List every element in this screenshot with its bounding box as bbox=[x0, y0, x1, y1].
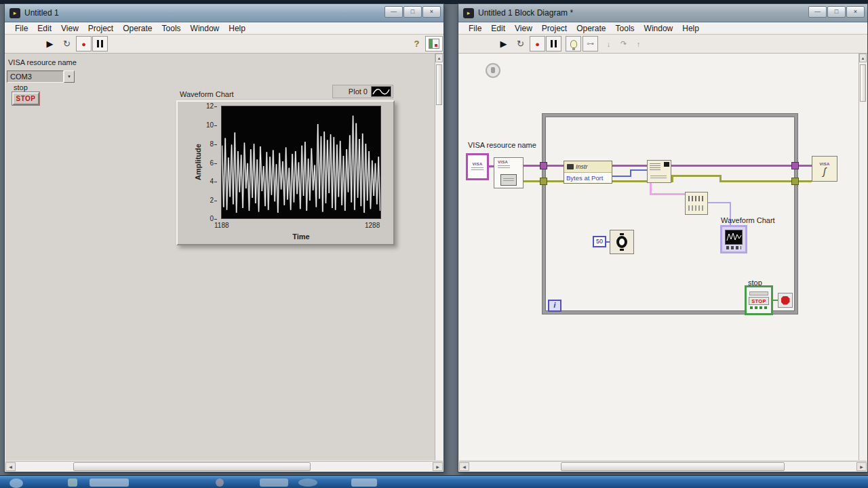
x-tick-min: 1188 bbox=[214, 222, 229, 229]
menu-edit[interactable]: Edit bbox=[486, 24, 510, 33]
vscroll-thumb[interactable] bbox=[860, 64, 866, 102]
run-button-icon[interactable]: ▶ bbox=[42, 36, 58, 52]
chart-title: Waveform Chart bbox=[180, 90, 234, 98]
maximize-button[interactable]: □ bbox=[827, 6, 846, 18]
combo-dropdown-icon[interactable]: ▼ bbox=[64, 70, 75, 83]
minimize-button[interactable]: — bbox=[384, 6, 403, 18]
front-panel-hscrollbar[interactable]: ◀ ▶ bbox=[5, 461, 443, 471]
hscroll-thumb[interactable] bbox=[561, 462, 785, 471]
step-over-icon[interactable]: ↷ bbox=[616, 36, 631, 52]
close-button[interactable]: × bbox=[422, 6, 441, 18]
wire-visa bbox=[489, 165, 494, 167]
menu-operate[interactable]: Operate bbox=[118, 24, 157, 33]
wire-boolean bbox=[773, 300, 778, 301]
abort-button-icon[interactable]: ● bbox=[530, 36, 545, 52]
menu-tools[interactable]: Tools bbox=[157, 24, 186, 33]
block-diagram-hscrollbar[interactable]: ◀ ▶ bbox=[459, 461, 867, 471]
taskbar-icon[interactable] bbox=[216, 479, 224, 487]
scroll-left-icon[interactable]: ◀ bbox=[459, 462, 469, 471]
taskbar-window-button[interactable] bbox=[260, 479, 288, 487]
menu-project[interactable]: Project bbox=[83, 24, 118, 33]
minimize-button[interactable]: — bbox=[808, 6, 827, 18]
scroll-up-icon[interactable]: ▲ bbox=[859, 54, 867, 62]
visa-resource-constant[interactable]: VISA bbox=[466, 153, 489, 180]
pause-button-icon[interactable] bbox=[546, 36, 561, 52]
labview-app-icon: ▸ bbox=[463, 8, 474, 18]
block-diagram-window: ▸ Untitled 1 Block Diagram * — □ × File … bbox=[458, 3, 868, 472]
taskbar-icon[interactable] bbox=[298, 479, 317, 487]
menu-window[interactable]: Window bbox=[639, 24, 678, 33]
menu-help[interactable]: Help bbox=[677, 24, 704, 33]
wire-numeric bbox=[708, 202, 731, 203]
x-tick-max: 1288 bbox=[365, 222, 380, 229]
step-into-icon[interactable]: ↓ bbox=[601, 36, 616, 52]
block-diagram-menubar: File Edit View Project Operate Tools Win… bbox=[458, 22, 867, 35]
scroll-right-icon[interactable]: ▶ bbox=[433, 462, 443, 471]
scroll-up-icon[interactable]: ▲ bbox=[435, 54, 443, 62]
waveform-chart-terminal[interactable] bbox=[720, 225, 747, 253]
menu-file[interactable]: File bbox=[464, 24, 486, 33]
taskbar-icon[interactable] bbox=[68, 479, 77, 487]
taskbar-window-button[interactable] bbox=[90, 479, 129, 487]
loop-iteration-terminal[interactable]: i bbox=[548, 300, 561, 312]
menu-operate[interactable]: Operate bbox=[572, 24, 610, 33]
maximize-button[interactable]: □ bbox=[403, 6, 422, 18]
highlight-execution-icon[interactable] bbox=[566, 36, 581, 52]
front-panel-titlebar[interactable]: ▸ Untitled 1 — □ × bbox=[5, 4, 443, 22]
property-node-item[interactable]: Bytes at Port bbox=[564, 173, 612, 184]
scroll-cursor-icon bbox=[486, 63, 500, 78]
stop-boolean-terminal[interactable]: STOP bbox=[745, 285, 773, 315]
string-to-number-node[interactable] bbox=[685, 192, 708, 215]
retain-wire-values-icon[interactable]: ⊶ bbox=[583, 36, 598, 52]
tunnel-error-left bbox=[540, 178, 547, 185]
waveform-chart-widget[interactable]: Amplitude 12 10 8 6 4 2 0 1188 1288 Time bbox=[176, 100, 395, 245]
visa-session-icon bbox=[567, 164, 574, 169]
close-button[interactable]: × bbox=[846, 6, 865, 18]
block-diagram-titlebar[interactable]: ▸ Untitled 1 Block Diagram * — □ × bbox=[458, 4, 867, 22]
menu-view[interactable]: View bbox=[510, 24, 537, 33]
chart-legend[interactable]: Plot 0 bbox=[332, 85, 393, 98]
visa-resource-value[interactable]: COM3 bbox=[7, 70, 64, 83]
block-diagram-vscrollbar[interactable]: ▲ bbox=[859, 54, 867, 460]
start-orb-icon[interactable] bbox=[9, 479, 23, 488]
run-continuous-icon[interactable]: ↻ bbox=[59, 36, 75, 52]
hscroll-thumb[interactable] bbox=[73, 462, 311, 471]
labview-app-icon: ▸ bbox=[9, 8, 20, 18]
taskbar[interactable] bbox=[0, 475, 868, 488]
mini-chart-icon bbox=[725, 230, 743, 245]
y-tick: 2 bbox=[201, 197, 217, 204]
menu-view[interactable]: View bbox=[56, 24, 83, 33]
visa-read-node[interactable] bbox=[647, 160, 671, 183]
visa-close-node[interactable]: VISA ʃ bbox=[812, 156, 837, 182]
visa-resource-combo[interactable]: COM3 ▼ bbox=[7, 70, 75, 83]
stop-control-label: stop bbox=[14, 83, 28, 92]
menu-project[interactable]: Project bbox=[537, 24, 572, 33]
taskbar-window-button[interactable] bbox=[351, 479, 377, 487]
visa-configure-serial-port-node[interactable]: VISA bbox=[494, 157, 524, 188]
visa-constant-label: VISA resource name bbox=[468, 141, 536, 149]
run-continuous-icon[interactable]: ↻ bbox=[513, 36, 528, 52]
front-panel-vscrollbar[interactable]: ▲ bbox=[435, 54, 443, 460]
front-panel-menubar: File Edit View Project Operate Tools Win… bbox=[5, 22, 443, 35]
abort-button-icon[interactable]: ● bbox=[76, 36, 92, 52]
wait-ms-constant[interactable]: 50 bbox=[593, 236, 606, 247]
bytes-at-port-property-node[interactable]: Instr Bytes at Port bbox=[564, 161, 612, 184]
stop-button[interactable]: STOP bbox=[12, 92, 39, 105]
menu-help[interactable]: Help bbox=[224, 24, 250, 33]
loop-condition-terminal[interactable] bbox=[778, 293, 793, 308]
y-tick: 8 bbox=[201, 140, 217, 148]
menu-window[interactable]: Window bbox=[186, 24, 224, 33]
pause-button-icon[interactable] bbox=[92, 36, 108, 52]
scroll-left-icon[interactable]: ◀ bbox=[5, 462, 16, 471]
context-help-icon[interactable] bbox=[425, 36, 443, 52]
step-out-icon[interactable]: ↑ bbox=[631, 36, 646, 52]
wire-byte-count bbox=[630, 169, 647, 171]
menu-tools[interactable]: Tools bbox=[611, 24, 639, 33]
help-icon[interactable]: ? bbox=[409, 36, 425, 52]
wait-ms-node[interactable] bbox=[610, 230, 634, 254]
menu-edit[interactable]: Edit bbox=[33, 24, 56, 33]
menu-file[interactable]: File bbox=[10, 24, 33, 33]
scroll-right-icon[interactable]: ▶ bbox=[856, 462, 867, 471]
vscroll-thumb[interactable] bbox=[436, 64, 442, 105]
run-button-icon[interactable]: ▶ bbox=[496, 36, 511, 52]
